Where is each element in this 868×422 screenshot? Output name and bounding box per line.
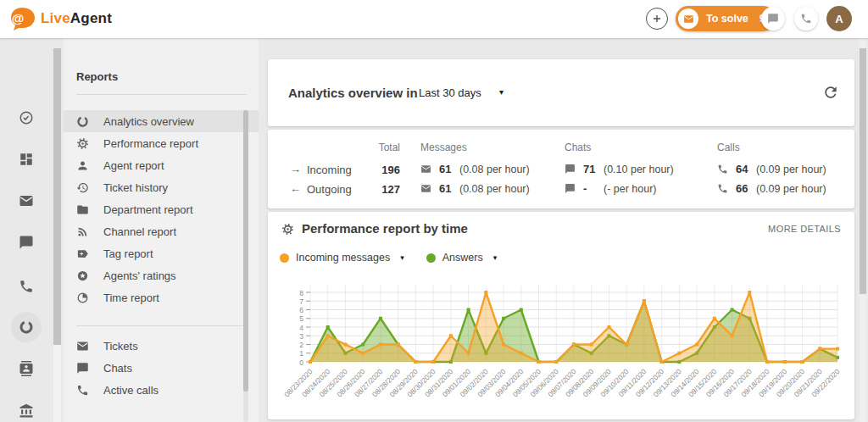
date-range-select[interactable]: Last 30 days (419, 86, 481, 99)
rail-item-dashboard[interactable] (11, 144, 42, 175)
incoming-total: 196 (349, 164, 400, 176)
app-header: @ LiveAgent To solve 9 A (0, 0, 868, 38)
envelope-icon (19, 193, 34, 208)
history-icon (76, 181, 89, 194)
bank-icon (19, 403, 34, 419)
chat-icon (76, 362, 89, 375)
dashboard-icon (19, 152, 34, 167)
envelope-icon (678, 8, 698, 29)
incoming-arrow-icon: → (290, 163, 301, 175)
rail-scrollbar-thumb[interactable] (53, 48, 61, 345)
rail-item-calls[interactable] (11, 271, 42, 302)
main-scrollbar[interactable] (860, 38, 866, 422)
envelope-icon (420, 164, 431, 175)
chat-icon (767, 13, 779, 25)
divider (76, 94, 247, 95)
rail-item-reports[interactable] (11, 312, 42, 342)
outgoing-chats-cell: - (- per hour) (565, 182, 657, 195)
gear-icon (76, 137, 89, 150)
rail-item-tickets[interactable] (11, 186, 42, 216)
row-label: Outgoing (307, 183, 352, 196)
svg-text:0: 0 (299, 358, 303, 367)
performance-title: Performance report by time (302, 221, 468, 236)
chats-button[interactable] (761, 7, 785, 31)
phone-icon (717, 183, 728, 194)
sidebar-item-agents-ratings[interactable]: Agents' ratings (64, 264, 259, 286)
divider (76, 325, 247, 326)
sidebar-item-time-report[interactable]: Time report (64, 286, 259, 308)
logo-text: LiveAgent (41, 10, 112, 27)
to-solve-label: To solve (706, 13, 748, 25)
liveagent-logo[interactable]: @ LiveAgent (10, 7, 112, 31)
chat-icon (565, 183, 576, 194)
avatar[interactable]: A (826, 6, 852, 31)
rail-item-resolve[interactable] (11, 103, 42, 133)
sidebar-item-tickets[interactable]: Tickets (64, 335, 259, 357)
refresh-button[interactable] (822, 84, 839, 101)
check-circle-icon (19, 110, 34, 125)
rail-item-billing[interactable] (11, 396, 42, 422)
rail-scrollbar[interactable] (53, 48, 61, 422)
caret-down-icon[interactable]: ▾ (493, 253, 498, 262)
col-header-chats: Chats (565, 142, 591, 153)
svg-text:6: 6 (299, 306, 303, 314)
chat-icon (565, 164, 576, 175)
outgoing-total: 127 (349, 183, 400, 196)
person-icon (76, 159, 89, 172)
svg-text:7: 7 (299, 297, 303, 306)
rss-icon (76, 225, 89, 238)
icon-rail (0, 38, 53, 422)
avatar-letter: A (835, 13, 843, 25)
sidebar-item-tag-report[interactable]: Tag report (64, 242, 259, 264)
stats-row-outgoing: ← Outgoing 127 61 (0.08 per hour) - (- p… (268, 182, 854, 197)
outgoing-calls-cell: 66 (0.09 per hour) (717, 182, 826, 195)
svg-text:@: @ (12, 11, 25, 25)
sidebar-item-active-calls[interactable]: Active calls (64, 379, 259, 401)
sidebar-scrollbar[interactable] (243, 110, 248, 422)
performance-chart: 01234567808/23/202008/24/202008/25/20200… (271, 274, 844, 418)
phone-icon (800, 13, 812, 25)
plus-icon (651, 13, 663, 25)
sidebar-item-analytics-overview[interactable]: Analytics overview (64, 110, 259, 132)
legend-dot-incoming-messages (280, 253, 289, 263)
sidebar-item-department-report[interactable]: Department report (64, 198, 259, 220)
sidebar-scrollbar-thumb[interactable] (243, 110, 248, 391)
mail-icon (76, 340, 89, 353)
stats-card: Total Messages Chats Calls → Incoming 19… (268, 130, 854, 208)
sidebar-item-performance-report[interactable]: Performance report (64, 132, 259, 154)
svg-text:1: 1 (299, 349, 303, 358)
svg-text:5: 5 (299, 314, 303, 323)
col-header-calls: Calls (717, 142, 740, 153)
sidebar-item-agent-report[interactable]: Agent report (64, 154, 259, 176)
envelope-icon (420, 183, 431, 194)
rail-item-customers[interactable] (11, 353, 42, 384)
caret-down-icon[interactable]: ▾ (499, 87, 504, 97)
quick-nav: TicketsChatsActive calls (64, 335, 259, 401)
sidebar-title: Reports (76, 70, 118, 83)
col-header-total: Total (349, 142, 400, 153)
calls-button[interactable] (794, 7, 818, 31)
sidebar-item-ticket-history[interactable]: Ticket history (64, 176, 259, 198)
svg-text:2: 2 (299, 341, 303, 349)
logo-bubble-icon: @ (10, 7, 36, 31)
row-label: Incoming (307, 164, 352, 176)
folder-icon (76, 203, 89, 216)
svg-text:3: 3 (299, 332, 303, 341)
more-details-link[interactable]: MORE DETAILS (768, 224, 841, 234)
rail-item-chats[interactable] (11, 227, 42, 258)
outgoing-arrow-icon: ← (290, 182, 301, 195)
gear-icon (281, 223, 294, 236)
sidebar-item-channel-report[interactable]: Channel report (64, 220, 259, 242)
sidebar-item-chats[interactable]: Chats (64, 357, 259, 379)
tag-icon (76, 247, 89, 260)
analytics-overview-card: Analytics overview in Last 30 days ▾ (268, 59, 854, 126)
caret-down-icon[interactable]: ▾ (400, 253, 404, 262)
phone-icon (19, 279, 34, 294)
chart-legend: Incoming messages ▾ Answers ▾ (280, 252, 497, 264)
svg-text:8: 8 (299, 289, 303, 297)
add-button[interactable] (646, 8, 668, 30)
main-scrollbar-thumb[interactable] (860, 48, 866, 294)
col-header-messages: Messages (420, 142, 467, 153)
star-icon (76, 269, 89, 282)
reports-nav: Analytics overviewPerformance reportAgen… (64, 110, 259, 308)
